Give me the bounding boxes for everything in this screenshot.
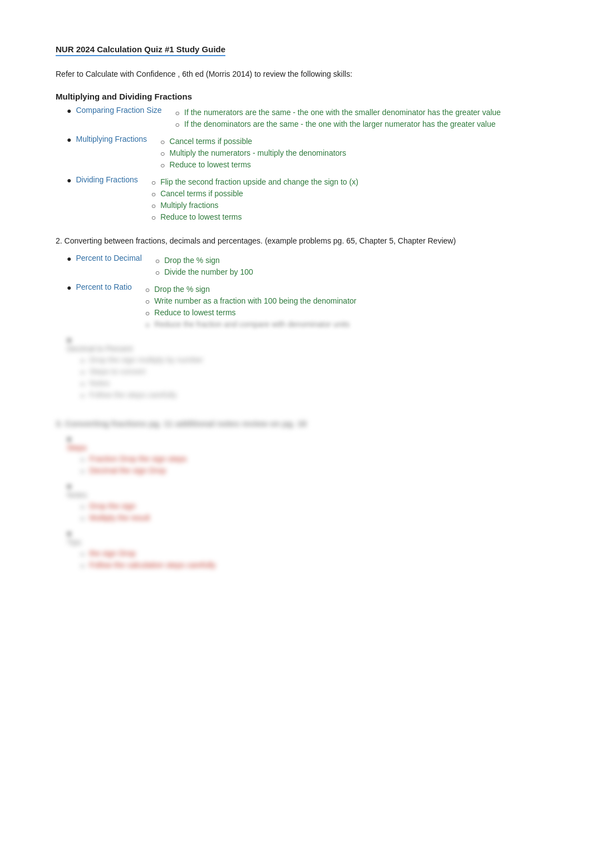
b3-sub3: Notes — [89, 379, 110, 388]
sublist-item: Reduce to lowest terms — [151, 212, 358, 222]
page-title: NUR 2024 Calculation Quiz #1 Study Guide — [56, 44, 225, 56]
comparing-sub2: If the denominators are the same - the o… — [184, 120, 496, 128]
s3-item2-label: Notes — [67, 490, 87, 499]
dividing-sub4: Reduce to lowest terms — [160, 212, 242, 221]
s3-sub6: Follow the calculation steps carefully — [89, 561, 215, 569]
s3-sub3: Drop the sign — [89, 502, 135, 510]
dividing-sub3: Multiply fractions — [160, 201, 218, 210]
sublist-item: Drop the sign — [80, 502, 150, 511]
comparing-sub1: If the numerators are the same - the one… — [184, 108, 501, 117]
s3-sub2: Decimal the sign Drop — [89, 466, 166, 475]
percent-ratio-label: Percent to Ratio — [76, 282, 131, 291]
sublist-item: Drop the % sign — [155, 256, 253, 265]
s3-sublist-3: the sign Drop Follow the calculation ste… — [67, 549, 216, 572]
sublist-item: Decimal the sign Drop — [80, 466, 187, 475]
sublist-item-blurred: Steps to convert — [80, 367, 203, 376]
sublist-item: Fraction Drop the sign steps — [80, 454, 187, 464]
s3-item-2: Notes Drop the sign Multiply the result — [67, 481, 535, 525]
intro-text: Refer to Calculate with Confidence , 6th… — [56, 70, 535, 78]
sublist-item: Divide the number by 100 — [155, 267, 253, 277]
b3-sub2: Steps to convert — [89, 367, 145, 376]
sublist-item: If the numerators are the same - the one… — [175, 108, 501, 117]
blurred-sublist-3: Drop the sign multiply by number Steps t… — [67, 355, 203, 402]
sublist-item-blurred: Notes — [80, 379, 203, 388]
sublist-item-blurred: Reduce the fraction and compare with den… — [145, 320, 357, 329]
sublist-item: Cancel terms if possible — [151, 189, 358, 199]
multiplying-sub2: Multiply the numerators - multiply the d… — [170, 148, 346, 157]
sublist-item: Multiply the numerators - multiply the d… — [160, 148, 346, 158]
sublist-item: Reduce to lowest terms — [145, 308, 357, 318]
s3-sub1: Fraction Drop the sign steps — [89, 454, 186, 463]
list-item-blurred-3: Decimal to Percent Drop the sign multipl… — [67, 335, 535, 402]
list-item-comparing-label: Comparing Fraction Size — [76, 106, 161, 115]
sublist-item: Drop the % sign — [145, 285, 357, 294]
sublist-item: the sign Drop — [80, 549, 216, 558]
dividing-sub1: Flip the second fraction upside and chan… — [160, 177, 358, 186]
pr-sub3: Reduce to lowest terms — [154, 308, 235, 317]
s3-sub4: Multiply the result — [89, 513, 150, 522]
list-item-dividing-label: Dividing Fractions — [76, 175, 137, 184]
list-item-dividing: Dividing Fractions Flip the second fract… — [67, 175, 535, 224]
section3-blurred-block: 3. Converting fractions pg. 11 additiona… — [56, 419, 535, 428]
sublist-item: Cancel terms if possible — [160, 137, 346, 146]
pr-sub1: Drop the % sign — [154, 285, 210, 294]
s3-item1-label: Steps — [67, 443, 87, 452]
multiplying-sub1: Cancel terms if possible — [170, 137, 253, 146]
sublist-item: Flip the second fraction upside and chan… — [151, 177, 358, 187]
blurred-item-label: Decimal to Percent — [67, 344, 132, 353]
sublist-item: Multiply the result — [80, 513, 150, 523]
dividing-sublist: Flip the second fraction upside and chan… — [138, 177, 358, 224]
b3-sub1: Drop the sign multiply by number — [89, 355, 203, 364]
list-item-multiplying: Multiplying Fractions Cancel terms if po… — [67, 135, 535, 172]
list-item-comparing: Comparing Fraction Size If the numerator… — [67, 106, 535, 131]
s3-sublist-2: Drop the sign Multiply the result — [67, 502, 150, 525]
b3-sub4: Follow the steps carefully — [89, 390, 176, 399]
comparing-sublist: If the numerators are the same - the one… — [162, 108, 501, 131]
percent-ratio-sublist: Drop the % sign Write number as a fracti… — [132, 285, 357, 331]
pr-sub2: Write number as a fraction with 100 bein… — [154, 296, 356, 305]
multiplying-sublist: Cancel terms if possible Multiply the nu… — [147, 137, 346, 172]
sublist-item: Reduce to lowest terms — [160, 160, 346, 170]
list-item-multiplying-label: Multiplying Fractions — [76, 135, 147, 143]
percent-decimal-label: Percent to Decimal — [76, 254, 141, 262]
sublist-item: Follow the calculation steps carefully — [80, 561, 216, 570]
section3-blurred-list: Steps Fraction Drop the sign steps Decim… — [56, 434, 535, 572]
sublist-item: If the denominators are the same - the o… — [175, 120, 501, 129]
sublist-item: Multiply fractions — [151, 201, 358, 210]
section1-heading: Multiplying and Dividing Fractions — [56, 92, 535, 101]
percent-decimal-sublist: Drop the % sign Divide the number by 100 — [142, 256, 253, 279]
section1-list: Comparing Fraction Size If the numerator… — [56, 106, 535, 224]
sublist-item-blurred: Follow the steps carefully — [80, 390, 203, 400]
sublist-item: Write number as a fraction with 100 bein… — [145, 296, 357, 306]
multiplying-sub3: Reduce to lowest terms — [170, 160, 251, 169]
s3-item-3: Tips the sign Drop Follow the calculatio… — [67, 528, 535, 572]
pd-sub1: Drop the % sign — [164, 256, 220, 265]
section2-intro: 2. Converting between fractions, decimal… — [56, 235, 535, 247]
section2-list: Percent to Decimal Drop the % sign Divid… — [56, 254, 535, 402]
s3-sub5: the sign Drop — [89, 549, 135, 558]
s3-item-1: Steps Fraction Drop the sign steps Decim… — [67, 434, 535, 478]
pd-sub2: Divide the number by 100 — [164, 267, 253, 276]
s3-item3-label: Tips — [67, 538, 81, 547]
s3-sublist-1: Fraction Drop the sign steps Decimal the… — [67, 454, 187, 478]
sublist-item-blurred: Drop the sign multiply by number — [80, 355, 203, 365]
list-item-percent-ratio: Percent to Ratio Drop the % sign Write n… — [67, 282, 535, 331]
dividing-sub2: Cancel terms if possible — [160, 189, 243, 198]
pr-sub4-blurred: Reduce the fraction and compare with den… — [154, 320, 349, 329]
list-item-percent-decimal: Percent to Decimal Drop the % sign Divid… — [67, 254, 535, 279]
